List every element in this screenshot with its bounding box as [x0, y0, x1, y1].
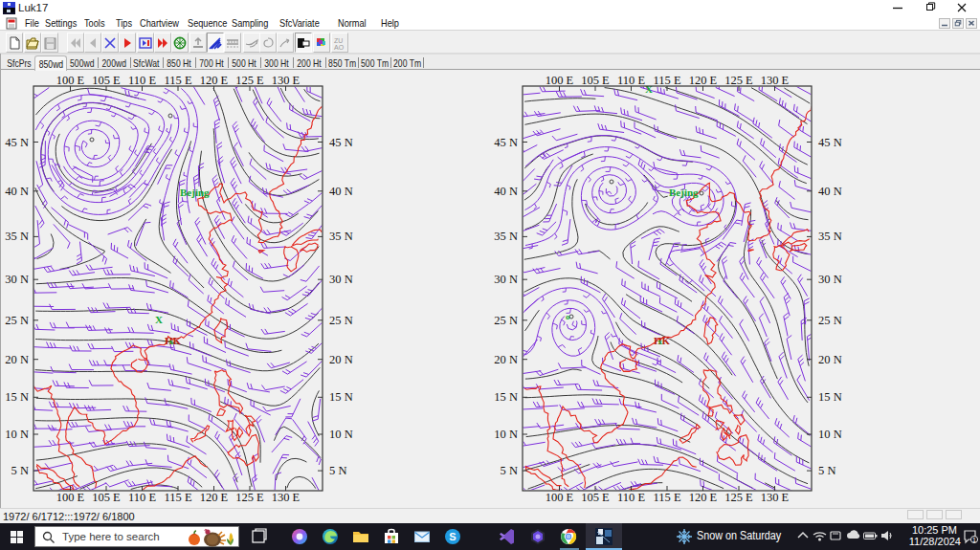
svg-text:Bejing: Bejing: [669, 187, 699, 198]
svg-text:10 N: 10 N: [818, 428, 842, 441]
svg-text:40 N: 40 N: [494, 185, 518, 198]
svg-text:105 E: 105 E: [92, 491, 121, 504]
svg-text:x: x: [169, 337, 174, 346]
svg-text:100 E: 100 E: [56, 491, 85, 504]
svg-text:25 N: 25 N: [494, 314, 518, 327]
svg-text:AO: AO: [334, 44, 345, 51]
svg-text:130 E: 130 E: [272, 74, 301, 87]
svg-text:115 E: 115 E: [653, 74, 680, 87]
svg-text:30 N: 30 N: [329, 273, 353, 286]
svg-text:25 N: 25 N: [5, 314, 29, 327]
svg-text:115 E: 115 E: [164, 491, 191, 504]
svg-text:20 N: 20 N: [818, 353, 842, 366]
svg-text:10 N: 10 N: [5, 428, 29, 441]
svg-text:125 E: 125 E: [724, 74, 753, 87]
svg-text:35 N: 35 N: [5, 230, 29, 243]
svg-text:40 N: 40 N: [5, 185, 29, 198]
svg-text:25 N: 25 N: [329, 314, 353, 327]
svg-text:30 N: 30 N: [818, 273, 842, 286]
svg-text:130 E: 130 E: [272, 491, 301, 504]
svg-text:15 N: 15 N: [818, 390, 842, 404]
svg-text:30 N: 30 N: [5, 273, 29, 286]
svg-text:35 N: 35 N: [494, 230, 518, 243]
svg-text:Bejing: Bejing: [180, 187, 210, 198]
svg-text:115 E: 115 E: [653, 491, 680, 504]
svg-text:5 N: 5 N: [329, 464, 346, 477]
svg-text:45 N: 45 N: [329, 136, 353, 149]
svg-text:ZU: ZU: [334, 37, 343, 44]
svg-text:X: X: [155, 314, 163, 325]
svg-text:5 N: 5 N: [11, 464, 29, 477]
svg-text:125 E: 125 E: [724, 491, 753, 504]
svg-text:S: S: [449, 531, 456, 542]
svg-text:110 E: 110 E: [617, 491, 645, 504]
svg-text:30 N: 30 N: [494, 273, 518, 286]
svg-text:40 N: 40 N: [329, 185, 353, 198]
svg-text:5 N: 5 N: [818, 464, 835, 477]
svg-text:125 E: 125 E: [235, 74, 264, 87]
svg-text:5 N: 5 N: [501, 464, 518, 477]
svg-text:35 N: 35 N: [329, 230, 353, 243]
svg-text:x: x: [658, 337, 663, 346]
svg-text:115 E: 115 E: [164, 74, 191, 87]
svg-text:15 N: 15 N: [494, 390, 518, 404]
svg-text:110 E: 110 E: [128, 491, 156, 504]
svg-text:110 E: 110 E: [128, 74, 156, 87]
svg-text:120 E: 120 E: [200, 74, 229, 87]
svg-text:45 N: 45 N: [494, 136, 518, 149]
svg-text:105 E: 105 E: [581, 491, 610, 504]
svg-text:20 N: 20 N: [5, 353, 29, 366]
svg-text:10 N: 10 N: [494, 428, 518, 441]
svg-text:105 E: 105 E: [581, 74, 610, 87]
svg-text:120 E: 120 E: [689, 74, 718, 87]
svg-text:25 N: 25 N: [818, 314, 842, 327]
svg-text:100 E: 100 E: [546, 491, 574, 504]
svg-text:120 E: 120 E: [200, 491, 229, 504]
svg-text:105 E: 105 E: [92, 74, 121, 87]
svg-text:100 E: 100 E: [56, 74, 85, 87]
svg-text:35 N: 35 N: [818, 230, 842, 243]
svg-text:15 N: 15 N: [329, 390, 353, 404]
svg-text:130 E: 130 E: [761, 491, 790, 504]
svg-text:120 E: 120 E: [689, 491, 718, 504]
svg-text:1: 1: [972, 537, 976, 543]
svg-text:20 N: 20 N: [494, 353, 518, 366]
svg-text:45 N: 45 N: [818, 136, 842, 149]
svg-text:40 N: 40 N: [818, 185, 842, 198]
svg-text:100 E: 100 E: [546, 74, 574, 87]
svg-text:125 E: 125 E: [235, 491, 264, 504]
svg-text:o: o: [566, 312, 570, 321]
svg-text:15 N: 15 N: [5, 390, 29, 404]
svg-text:X: X: [645, 83, 653, 95]
svg-text:45 N: 45 N: [5, 136, 29, 149]
svg-text:130 E: 130 E: [761, 74, 790, 87]
svg-text:10 N: 10 N: [329, 428, 353, 441]
svg-text:110 E: 110 E: [617, 74, 645, 87]
svg-text:20 N: 20 N: [329, 353, 353, 366]
